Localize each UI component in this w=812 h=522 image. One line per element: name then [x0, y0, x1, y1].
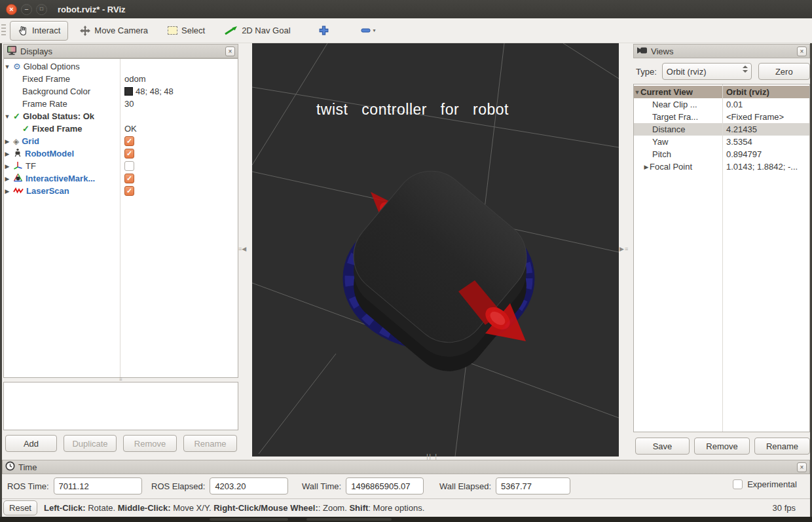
ros-elapsed-input[interactable]	[210, 477, 288, 494]
collapse-left-icon[interactable]: ◀	[242, 246, 246, 252]
check-icon: ✓	[126, 187, 132, 195]
move-icon	[80, 26, 90, 36]
tf-enabled-checkbox[interactable]	[124, 161, 134, 171]
add-tool-button[interactable]	[310, 21, 337, 41]
views-row-near-clip[interactable]: Near Clip ... 0.01	[634, 98, 809, 111]
expander-icon[interactable]: ▼	[4, 113, 10, 120]
time-panel-header[interactable]: Time ×	[2, 460, 810, 474]
robotmodel-enabled-checkbox[interactable]: ✓	[124, 149, 134, 158]
expander-icon[interactable]: ▼	[634, 89, 640, 96]
minimize-icon: −	[24, 6, 28, 13]
spinner-arrows-icon[interactable]	[743, 65, 748, 73]
rename-view-button[interactable]: Rename	[754, 438, 810, 455]
row-value[interactable]: odom	[120, 74, 146, 84]
expander-icon[interactable]: ▶	[4, 138, 10, 145]
displays-close-button[interactable]: ×	[225, 47, 235, 56]
row-value[interactable]: 0.894797	[722, 149, 762, 159]
row-value[interactable]: 0.01	[722, 100, 743, 109]
tool-interact[interactable]: Interact	[10, 21, 68, 41]
tool-select[interactable]: Select	[160, 21, 213, 41]
row-label: Near Clip ...	[652, 100, 697, 109]
left-panel-splitter[interactable]: ≡ ◀	[238, 240, 251, 258]
expander-icon[interactable]: ▶	[4, 151, 10, 157]
display-row-interactivemarkers[interactable]: ▶ InteractiveMark... ✓	[4, 172, 238, 185]
views-table[interactable]: ▼Current View Orbit (rviz) Near Clip ...…	[633, 84, 810, 432]
robot-model[interactable]	[338, 156, 542, 387]
zero-button[interactable]: Zero	[758, 63, 810, 80]
row-value[interactable]: 3.5354	[722, 137, 752, 147]
displays-buttons: Add Duplicate Remove Rename	[3, 435, 238, 453]
viewport-time-splitter[interactable]: || |	[393, 455, 471, 460]
display-row-fixed-frame[interactable]: Fixed Frame odom	[4, 73, 238, 85]
ros-time-input[interactable]	[54, 477, 142, 494]
display-row-frame-rate[interactable]: Frame Rate 30	[4, 98, 238, 110]
display-row-status-fixed-frame[interactable]: ✓ Fixed Frame OK	[4, 122, 238, 135]
interactivemarkers-enabled-checkbox[interactable]: ✓	[124, 174, 134, 183]
display-row-global-status[interactable]: ▼ ✓ Global Status: Ok	[4, 110, 238, 122]
views-column-splitter[interactable]	[722, 84, 723, 432]
wall-time-input[interactable]	[346, 477, 424, 494]
views-row-pitch[interactable]: Pitch 0.894797	[634, 148, 809, 160]
views-row-target-frame[interactable]: Target Fra... <Fixed Frame>	[634, 111, 809, 123]
display-row-tf[interactable]: ▶ TF	[4, 160, 238, 172]
check-icon: ✓	[126, 138, 132, 145]
collapse-right-icon[interactable]: ▶	[619, 246, 624, 252]
right-panel-splitter[interactable]: ▶ ≡	[619, 240, 633, 258]
expander-icon[interactable]: ▶	[4, 176, 10, 182]
rename-button-label: Rename	[766, 441, 798, 451]
time-close-button[interactable]: ×	[797, 462, 807, 472]
views-row-distance[interactable]: Distance 4.21435	[634, 123, 809, 136]
close-icon: ×	[229, 48, 232, 55]
row-value[interactable]: 30	[120, 99, 134, 109]
display-row-global-options[interactable]: ▼ ⚙ Global Options	[4, 60, 238, 73]
window-bottom-edge	[0, 517, 812, 522]
display-row-laserscan[interactable]: ▶ LaserScan ✓	[4, 185, 238, 197]
views-row-current-view[interactable]: ▼Current View Orbit (rviz)	[634, 86, 809, 98]
laserscan-enabled-checkbox[interactable]: ✓	[124, 186, 134, 196]
views-row-focal-point[interactable]: ▶Focal Point 1.0143; 1.8842; -...	[634, 160, 809, 173]
tool-move-camera[interactable]: Move Camera	[72, 21, 156, 41]
window-close-button[interactable]: ×	[6, 4, 17, 15]
row-value[interactable]: 1.0143; 1.8842; -...	[722, 162, 798, 172]
ros-time-field: ROS Time:	[7, 477, 142, 494]
displays-tree[interactable]: ▼ ⚙ Global Options Fixed Frame odom Back…	[3, 58, 238, 378]
experimental-checkbox[interactable]	[733, 479, 743, 489]
row-value[interactable]: 4.21435	[722, 124, 757, 134]
wall-elapsed-input[interactable]	[496, 477, 570, 494]
window-minimize-button[interactable]: −	[21, 4, 32, 15]
display-row-background-color[interactable]: Background Color 48; 48; 48	[4, 85, 238, 98]
expander-icon[interactable]: ▼	[4, 64, 10, 70]
views-panel-header[interactable]: Views ×	[633, 44, 810, 58]
view-type-select[interactable]: Orbit (rviz)	[662, 63, 752, 80]
mouse-help-text: Left-Click: Rotate. Middle-Click: Move X…	[44, 503, 424, 513]
window-maximize-button[interactable]: □	[36, 4, 47, 15]
rename-display-button[interactable]: Rename	[183, 435, 237, 452]
views-row-yaw[interactable]: Yaw 3.5354	[634, 136, 809, 148]
save-view-button[interactable]: Save	[635, 438, 690, 455]
row-label: InteractiveMark...	[26, 174, 95, 183]
display-row-robotmodel[interactable]: ▶ RobotModel ✓	[4, 147, 238, 160]
zero-button-label: Zero	[775, 67, 793, 77]
row-value[interactable]: <Fixed Frame>	[722, 112, 784, 122]
remove-display-button[interactable]: Remove	[123, 435, 177, 452]
tool-2d-nav-goal[interactable]: 2D Nav Goal	[217, 21, 298, 41]
expander-icon[interactable]: ▶	[4, 163, 10, 170]
color-swatch[interactable]	[124, 87, 133, 96]
expander-icon[interactable]: ▶	[4, 188, 10, 195]
displays-panel-header[interactable]: Displays ×	[3, 44, 238, 58]
row-label: Current View	[640, 87, 693, 97]
views-close-button[interactable]: ×	[797, 47, 807, 56]
toolbar-drag-handle[interactable]	[1, 24, 6, 37]
add-button[interactable]: Add	[5, 435, 57, 452]
remove-view-button[interactable]: Remove	[694, 438, 750, 455]
display-row-grid[interactable]: ▶ ◈ Grid ✓	[4, 135, 238, 147]
row-value[interactable]: 48; 48; 48	[136, 86, 174, 96]
duplicate-button[interactable]: Duplicate	[64, 435, 117, 452]
row-value: Orbit (rviz)	[722, 87, 769, 97]
grid-enabled-checkbox[interactable]: ✓	[124, 136, 134, 146]
views-buttons: Save Remove Rename	[633, 438, 810, 455]
3d-viewport[interactable]: twist controller for robot	[252, 43, 619, 457]
remove-tool-button[interactable]: ▾	[353, 21, 384, 41]
reset-button[interactable]: Reset	[3, 500, 37, 515]
expander-icon[interactable]: ▶	[643, 164, 650, 170]
